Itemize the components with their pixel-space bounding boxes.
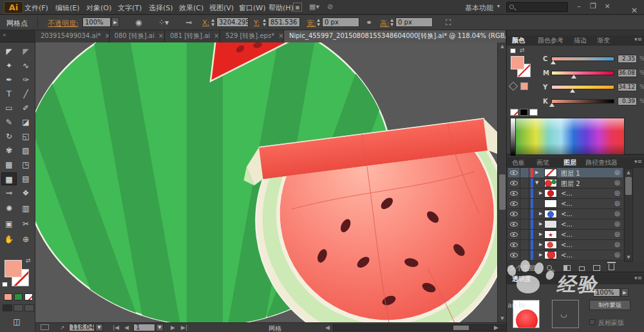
arrange-documents-icon[interactable]: ▦▾ [309, 3, 319, 11]
zoom-level-value[interactable]: 118.04 [69, 324, 95, 331]
tab-close-icon[interactable]: × [158, 32, 164, 39]
sublayer-name[interactable]: <... [561, 231, 573, 238]
screen-mode-icon[interactable]: ◫ [9, 315, 24, 328]
visibility-cell[interactable] [508, 250, 520, 260]
layer-row[interactable]: ▼ 图层 2 ◎ [508, 178, 623, 189]
dock-collapse-icon[interactable]: « [3, 32, 6, 38]
direct-selection-tool[interactable]: ◤ [18, 45, 33, 58]
sublayer-name[interactable]: <... [561, 210, 573, 217]
cyan-value[interactable]: 2.35 [618, 55, 637, 63]
layer-name[interactable]: 图层 1 [561, 169, 580, 178]
gradient-tool[interactable]: ▤ [18, 172, 33, 185]
default-fill-stroke-icon[interactable] [2, 282, 8, 287]
new-sublayer-icon[interactable] [579, 264, 585, 273]
expand-arrow-icon[interactable]: ▶ [539, 252, 542, 257]
draw-behind-mode-button[interactable] [14, 304, 23, 311]
draw-normal-mode-button[interactable] [3, 304, 12, 311]
invert-mask-checkbox[interactable] [589, 319, 595, 325]
lock-cell[interactable] [520, 199, 529, 208]
scroll-down-icon[interactable]: ▼ [625, 254, 632, 261]
eye-icon[interactable] [510, 232, 518, 237]
pencil-tool[interactable]: ✎ [1, 116, 17, 129]
document-tab-active[interactable]: Nipic_455997_20150808155348604000[转换].ai… [284, 30, 506, 42]
eye-icon[interactable] [510, 181, 518, 185]
lock-cell[interactable] [520, 250, 529, 260]
y-value[interactable]: 851.536 [268, 17, 300, 27]
delete-layer-icon[interactable] [609, 264, 614, 272]
menu-view[interactable]: 视图(V) [209, 3, 234, 13]
scrollbar-thumb[interactable] [625, 177, 632, 195]
visibility-cell[interactable] [508, 209, 520, 219]
layer-row[interactable]: ▶ <... ◎ [508, 250, 623, 261]
layer-row[interactable]: <... ◎ [508, 199, 623, 209]
bridge-icon[interactable]: ▣ [293, 3, 302, 12]
selection-tool[interactable]: ◤ [1, 45, 17, 58]
new-layer-icon[interactable] [593, 264, 600, 273]
grayscale-ramp[interactable] [511, 118, 516, 156]
minimize-button[interactable]: – [573, 2, 585, 11]
visibility-cell[interactable] [508, 168, 520, 178]
white-swatch[interactable] [529, 109, 538, 116]
x-stepper[interactable]: ▲▼ [210, 17, 216, 27]
recolor-artwork-icon[interactable]: ◉ [135, 18, 142, 27]
default-fill-stroke-icon[interactable] [510, 48, 516, 53]
panel-menu-icon[interactable]: ▾≡ [634, 275, 642, 281]
launch-bridge-icon[interactable]: ↗ [60, 324, 65, 331]
symbol-sprayer-tool[interactable]: ✺ [1, 202, 17, 215]
cs-live-icon[interactable]: ⊘ [327, 3, 333, 11]
expand-arrow-icon[interactable]: ▶ [539, 221, 542, 226]
opacity-dropdown-icon[interactable]: ▶ [621, 288, 629, 297]
swap-fill-stroke-icon[interactable]: ⇄ [520, 47, 525, 53]
expand-arrow-icon[interactable]: ▶ [539, 242, 542, 247]
magenta-value[interactable]: 36.08 [618, 69, 637, 77]
target-circle-icon[interactable]: ◎ [614, 169, 620, 176]
last-artboard-icon[interactable]: ▶| [181, 324, 187, 331]
blend-tool[interactable]: ❖ [18, 187, 33, 199]
expand-arrow-icon[interactable]: ▶ [535, 170, 538, 175]
panel-menu-icon[interactable]: ▾≡ [634, 36, 642, 42]
slider-knob[interactable] [571, 75, 576, 78]
eye-icon[interactable] [510, 191, 518, 196]
tab-close-icon[interactable]: × [214, 32, 219, 39]
layers-scrollbar[interactable]: ▲ ▼ [624, 168, 633, 262]
document-tab[interactable]: 081 [转换].ai× [165, 30, 220, 42]
close-button[interactable]: × [601, 2, 613, 11]
panel-menu-icon[interactable]: ▾≡ [634, 158, 642, 165]
height-value[interactable]: 0 px [395, 17, 433, 27]
locate-object-icon[interactable] [547, 264, 552, 272]
width-stepper[interactable]: ▲▼ [316, 17, 321, 27]
menu-file[interactable]: 文件(F) [24, 3, 48, 13]
rotate-tool[interactable]: ↻ [1, 130, 17, 143]
visibility-cell[interactable] [508, 240, 520, 250]
warp-tool[interactable]: ✾ [1, 144, 17, 157]
slider-knob[interactable] [551, 60, 556, 64]
y-stepper[interactable]: ▲▼ [261, 17, 267, 27]
hscroll-right-icon[interactable]: ▶ [494, 324, 498, 331]
menu-window[interactable]: 窗口(W) [239, 3, 265, 13]
slice-tool[interactable]: ✂ [18, 217, 33, 230]
lock-cell[interactable] [520, 168, 529, 178]
document-tab[interactable]: 203915499034.ai*× [35, 30, 109, 42]
menu-help[interactable]: 帮助(H) [269, 3, 294, 13]
menu-object[interactable]: 对象(O) [86, 3, 111, 13]
layer-row[interactable]: ▶ ★ <... ◎ [508, 230, 623, 240]
lock-cell[interactable] [520, 178, 529, 188]
hscroll-left-icon[interactable]: ◀ [325, 324, 330, 331]
scroll-up-icon[interactable]: ▲ [498, 42, 507, 50]
sublayer-name[interactable]: <... [561, 221, 573, 228]
sublayer-name[interactable]: <... [561, 190, 573, 197]
workspace-arrow-icon[interactable]: ▾ [497, 3, 500, 9]
make-mask-button[interactable]: 制作蒙版 [589, 300, 630, 310]
restore-button[interactable]: ❐ [587, 2, 599, 11]
document-tab[interactable]: 080 [转换].ai× [109, 30, 165, 42]
width-tool[interactable]: ✑ [18, 73, 33, 86]
target-circle-icon[interactable]: ◎ [614, 210, 620, 217]
next-artboard-icon[interactable]: ▶ [171, 324, 175, 331]
type-tool[interactable]: T [1, 88, 17, 100]
layer-thumbnail[interactable] [544, 241, 557, 249]
x-value[interactable]: 3204.295 [216, 17, 249, 27]
eye-icon[interactable] [510, 253, 518, 257]
menu-edit[interactable]: 编辑(E) [55, 3, 80, 13]
target-circle-icon[interactable]: ◎ [614, 179, 620, 186]
sublayer-name[interactable]: <... [561, 241, 573, 248]
